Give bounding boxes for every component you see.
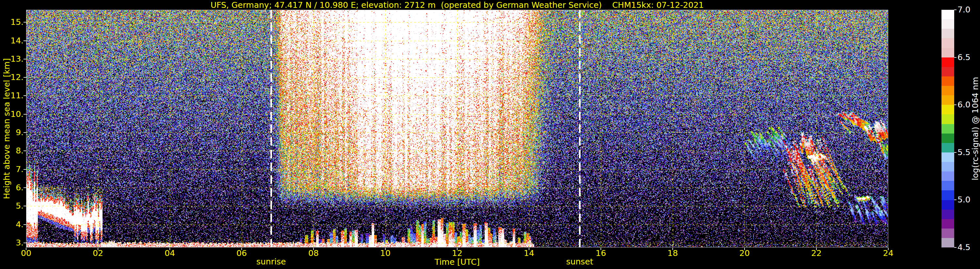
x-tick-mark (241, 248, 242, 250)
y-tick-mark (24, 224, 26, 225)
x-tick-label: 14 (516, 249, 542, 258)
colorbar-segment (942, 238, 954, 247)
colorbar-segment (942, 10, 954, 19)
colorbar (942, 10, 954, 247)
colorbar-segment (942, 86, 954, 96)
x-tick-label: 24 (875, 249, 901, 258)
plot-title: UFS, Germany; 47.417 N / 10.980 E; eleva… (26, 0, 888, 10)
x-tick-mark (672, 248, 673, 250)
colorbar-tick-label: 4.5 (958, 243, 970, 252)
x-tick-label: 20 (732, 249, 757, 258)
colorbar-segment (942, 190, 954, 200)
colorbar-segment (942, 143, 954, 153)
colorbar-segment (942, 162, 954, 171)
x-tick-mark (601, 248, 601, 250)
colorbar-segment (942, 210, 954, 219)
y-tick-mark (24, 114, 26, 115)
y-tick-label: 3. (0, 238, 24, 247)
x-tick-label: 16 (588, 249, 614, 258)
colorbar-segment (942, 134, 954, 143)
y-tick-label: 6. (0, 183, 24, 192)
colorbar-tick-mark (954, 57, 956, 58)
y-tick-mark (24, 96, 26, 96)
x-axis-label: Time [UTC] (26, 257, 888, 267)
colorbar-tick-label: 5.5 (958, 148, 970, 157)
colorbar-tick-mark (954, 247, 956, 248)
y-tick-mark (24, 40, 26, 41)
y-tick-label: 4. (0, 220, 24, 229)
y-tick-mark (24, 77, 26, 78)
x-tick-mark (529, 248, 529, 250)
colorbar-segment (942, 124, 954, 134)
colorbar-segment (942, 19, 954, 29)
heatmap-canvas (26, 10, 888, 247)
x-tick-mark (313, 248, 314, 250)
colorbar-tick-mark (954, 152, 956, 153)
x-tick-label: 12 (444, 249, 470, 258)
x-tick-mark (457, 248, 458, 250)
colorbar-segment (942, 29, 954, 38)
x-tick-mark (816, 248, 817, 250)
colorbar-segment (942, 181, 954, 190)
y-tick-label: 12. (0, 73, 24, 82)
colorbar-segment (942, 67, 954, 76)
colorbar-tick-label: 5.0 (958, 195, 970, 204)
colorbar-segment (942, 57, 954, 67)
colorbar-tick-label: 6.0 (958, 100, 970, 109)
colorbar-segment (942, 76, 954, 86)
y-tick-mark (24, 206, 26, 206)
y-tick-mark (24, 59, 26, 59)
x-tick-label: 06 (229, 249, 255, 258)
y-tick-label: 8. (0, 146, 24, 155)
colorbar-segment (942, 153, 954, 162)
colorbar-segment (942, 114, 954, 124)
x-tick-mark (98, 248, 98, 250)
x-tick-mark (26, 248, 27, 250)
sunset-annotation: sunset (554, 257, 606, 266)
x-tick-label: 18 (660, 249, 686, 258)
colorbar-segment (942, 48, 954, 57)
x-tick-label: 22 (803, 249, 829, 258)
colorbar-segment (942, 219, 954, 229)
x-tick-mark (385, 248, 386, 250)
x-tick-mark (169, 248, 170, 250)
y-tick-label: 7. (0, 165, 24, 174)
y-tick-label: 10. (0, 110, 24, 119)
x-tick-label: 02 (85, 249, 111, 258)
x-tick-label: 10 (372, 249, 398, 258)
y-tick-label: 5. (0, 201, 24, 210)
colorbar-segment (942, 200, 954, 210)
x-tick-mark (744, 248, 745, 250)
y-tick-mark (24, 187, 26, 188)
colorbar-segment (942, 171, 954, 181)
colorbar-tick-label: 7.0 (958, 5, 970, 14)
colorbar-label: log(rc-signal) @ 1064 nm (970, 77, 980, 180)
y-tick-mark (24, 132, 26, 133)
y-tick-label: 9. (0, 128, 24, 137)
colorbar-segment (942, 96, 954, 105)
sunrise-annotation: sunrise (245, 257, 297, 266)
colorbar-tick-label: 6.5 (958, 53, 970, 62)
colorbar-segment (942, 105, 954, 114)
x-tick-mark (888, 248, 889, 250)
y-tick-label: 11. (0, 91, 24, 100)
colorbar-segment (942, 229, 954, 238)
y-tick-mark (24, 169, 26, 170)
colorbar-tick-mark (954, 10, 956, 10)
x-tick-label: 00 (13, 249, 39, 258)
x-tick-label: 08 (301, 249, 326, 258)
y-tick-label: 14. (0, 36, 24, 45)
colorbar-tick-mark (954, 199, 956, 200)
x-tick-label: 04 (157, 249, 183, 258)
y-tick-label: 13. (0, 54, 24, 64)
colorbar-tick-mark (954, 105, 956, 105)
y-tick-label: 15. (0, 18, 24, 27)
y-tick-mark (24, 151, 26, 151)
colorbar-segment (942, 38, 954, 48)
y-tick-mark (24, 243, 26, 243)
ceilometer-figure: UFS, Germany; 47.417 N / 10.980 E; eleva… (0, 0, 980, 269)
y-tick-mark (24, 22, 26, 22)
